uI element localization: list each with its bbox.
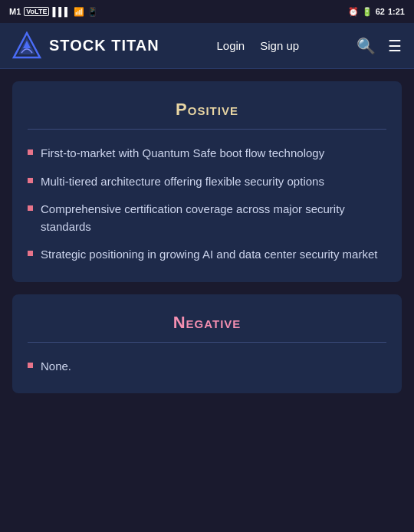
- bullet-icon: [28, 363, 33, 368]
- negative-title: Negative: [28, 313, 386, 333]
- list-item: Multi-tiered architecture offering flexi…: [28, 173, 386, 191]
- menu-icon[interactable]: ☰: [388, 37, 402, 55]
- status-right: ⏰ 🔋 62 1:21: [348, 7, 405, 17]
- navbar-links: Login Sign up: [217, 39, 300, 52]
- extra-icon: 📱: [87, 7, 98, 17]
- wifi-icon: 📶: [74, 7, 84, 17]
- negative-card: Negative None.: [12, 294, 402, 394]
- list-item: None.: [28, 358, 386, 376]
- time-display: 1:21: [388, 7, 405, 16]
- item-text: Strategic positioning in growing AI and …: [41, 246, 386, 264]
- signal-icon: ▌▌▌: [52, 7, 70, 16]
- alarm-icon: ⏰: [348, 7, 359, 17]
- navbar: STOCK TITAN Login Sign up 🔍 ☰: [0, 23, 414, 69]
- positive-divider: [28, 129, 386, 130]
- brand-name: STOCK TITAN: [49, 37, 159, 54]
- item-text: Multi-tiered architecture offering flexi…: [41, 173, 386, 191]
- main-content: Positive First-to-market with Quantum Sa…: [0, 69, 414, 418]
- negative-list: None.: [28, 358, 386, 376]
- list-item: Comprehensive certification coverage acr…: [28, 201, 386, 235]
- login-link[interactable]: Login: [217, 39, 245, 52]
- nav-icons: 🔍 ☰: [356, 37, 402, 55]
- list-item: First-to-market with Quantum Safe boot f…: [28, 145, 386, 163]
- brand: STOCK TITAN: [12, 31, 159, 61]
- status-bar: M1 VoLTE ▌▌▌ 📶 📱 ⏰ 🔋 62 1:21: [0, 0, 414, 23]
- list-item: Strategic positioning in growing AI and …: [28, 246, 386, 264]
- positive-list: First-to-market with Quantum Safe boot f…: [28, 145, 386, 264]
- item-text: None.: [41, 358, 386, 376]
- search-icon[interactable]: 🔍: [356, 37, 376, 55]
- item-text: Comprehensive certification coverage acr…: [41, 201, 386, 235]
- carrier-label: M1: [9, 7, 21, 16]
- bullet-icon: [28, 205, 33, 211]
- bullet-icon: [28, 149, 33, 155]
- brand-logo-icon: [12, 31, 41, 61]
- status-carrier: M1 VoLTE ▌▌▌ 📶 📱: [9, 7, 98, 17]
- battery-level: 62: [376, 7, 385, 16]
- bullet-icon: [28, 178, 33, 183]
- volte-badge: VoLTE: [24, 7, 49, 16]
- bullet-icon: [28, 251, 33, 256]
- item-text: First-to-market with Quantum Safe boot f…: [41, 145, 386, 163]
- battery-icon: 🔋: [362, 7, 373, 17]
- negative-divider: [28, 342, 386, 343]
- signup-link[interactable]: Sign up: [260, 39, 299, 52]
- positive-title: Positive: [28, 100, 386, 120]
- positive-card: Positive First-to-market with Quantum Sa…: [12, 81, 402, 282]
